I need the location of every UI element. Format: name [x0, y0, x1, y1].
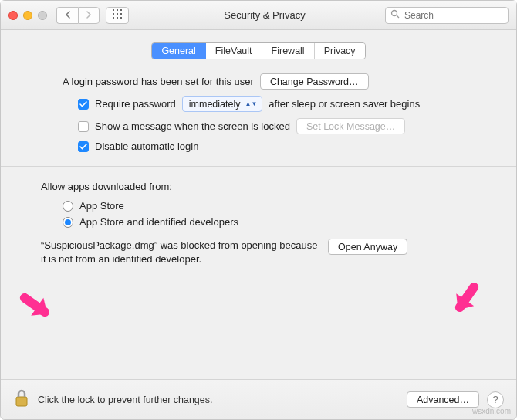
svg-rect-0: [113, 9, 114, 11]
blocked-app-message: “SuspiciousPackage.dmg” was blocked from…: [41, 239, 319, 266]
tab-bar: General FileVault Firewall Privacy: [19, 42, 498, 59]
require-password-delay-value: immediately: [189, 99, 241, 110]
gatekeeper-heading: Allow apps downloaded from:: [41, 181, 482, 192]
titlebar: Security & Privacy: [1, 1, 516, 30]
disable-auto-login-checkbox[interactable]: [78, 141, 89, 152]
help-button[interactable]: ?: [487, 391, 504, 408]
disable-auto-login-label: Disable automatic login: [95, 141, 198, 152]
grid-icon: [113, 9, 122, 21]
minimize-window-button[interactable]: [23, 11, 32, 20]
set-lock-message-button: Set Lock Message…: [296, 118, 405, 134]
back-button[interactable]: [56, 7, 78, 24]
svg-rect-7: [117, 17, 118, 19]
preferences-window: Security & Privacy General FileVault Fir…: [0, 0, 517, 420]
window-controls: [8, 11, 47, 20]
require-password-checkbox[interactable]: [78, 99, 89, 110]
updown-icon: ▲▼: [245, 102, 257, 106]
close-window-button[interactable]: [8, 11, 18, 20]
zoom-window-button[interactable]: [38, 11, 47, 20]
svg-rect-3: [113, 13, 114, 15]
nav-buttons: [56, 7, 100, 24]
svg-rect-2: [120, 9, 122, 11]
chevron-left-icon: [65, 9, 71, 21]
show-message-label: Show a message when the screen is locked: [95, 120, 290, 132]
tab-privacy[interactable]: Privacy: [315, 43, 365, 59]
watermark: wsxdn.com: [472, 407, 511, 415]
change-password-button[interactable]: Change Password…: [260, 73, 369, 90]
general-panel: A login password has been set for this u…: [19, 73, 498, 152]
svg-line-10: [397, 15, 399, 18]
annotation-arrow-left: [9, 279, 61, 331]
radio-identified-developers-label: App Store and identified developers: [79, 216, 238, 228]
divider: [1, 166, 516, 167]
login-password-set-label: A login password has been set for this u…: [63, 76, 254, 87]
tab-general[interactable]: General: [152, 43, 205, 59]
show-message-checkbox[interactable]: [78, 121, 89, 132]
require-password-label: Require password: [95, 98, 176, 110]
advanced-button[interactable]: Advanced…: [407, 391, 479, 408]
radio-identified-developers[interactable]: [63, 217, 73, 228]
window-title: Security & Privacy: [144, 9, 385, 21]
svg-rect-1: [117, 9, 118, 11]
gatekeeper-section: Allow apps downloaded from: App Store Ap…: [19, 181, 498, 266]
svg-rect-5: [120, 13, 122, 15]
tab-filevault[interactable]: FileVault: [206, 43, 262, 59]
svg-rect-8: [120, 17, 122, 19]
help-icon: ?: [492, 394, 498, 405]
svg-point-9: [392, 11, 397, 16]
require-password-delay-popup[interactable]: immediately ▲▼: [182, 96, 263, 112]
search-icon: [390, 9, 400, 21]
annotation-arrow-right: [441, 272, 493, 323]
svg-rect-6: [113, 17, 114, 19]
forward-button[interactable]: [78, 7, 100, 24]
svg-rect-4: [117, 13, 118, 15]
radio-app-store[interactable]: [63, 201, 73, 212]
search-input[interactable]: [403, 9, 517, 22]
footer: Click the lock to prevent further change…: [1, 379, 516, 419]
content-area: General FileVault Firewall Privacy A log…: [1, 30, 516, 379]
require-password-after-label: after sleep or screen saver begins: [269, 98, 420, 110]
chevron-right-icon: [86, 9, 92, 21]
lock-icon[interactable]: [13, 388, 30, 412]
show-all-button[interactable]: [106, 7, 129, 24]
svg-rect-11: [16, 397, 27, 406]
radio-app-store-label: App Store: [79, 200, 124, 212]
lock-text: Click the lock to prevent further change…: [38, 395, 399, 405]
tab-firewall[interactable]: Firewall: [262, 43, 315, 59]
open-anyway-button[interactable]: Open Anyway: [328, 239, 407, 255]
search-field[interactable]: [385, 7, 509, 24]
